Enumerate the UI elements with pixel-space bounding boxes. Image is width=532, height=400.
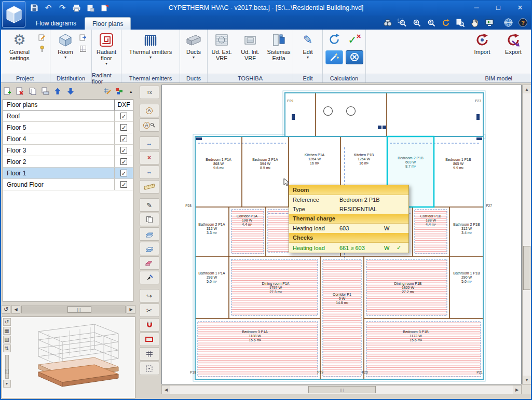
annotation-move-button[interactable]: A [140, 104, 159, 117]
cancel-calculation-button[interactable] [346, 50, 363, 64]
zoom-previous-button[interactable] [425, 17, 438, 29]
dxf-template-button[interactable] [101, 86, 113, 97]
zoom-in-button[interactable] [410, 17, 424, 29]
move-element-button[interactable]: ↪ [140, 289, 159, 302]
dimension-update-button[interactable]: ⇔ [140, 165, 159, 179]
text-tool-button[interactable]: Tx [140, 86, 159, 99]
find-button[interactable] [381, 17, 394, 29]
ud-int-vrf-button[interactable]: Ud. Int. VRF [237, 32, 264, 61]
nav-left-button[interactable]: ◀ [11, 305, 20, 314]
print-floor-plan-button[interactable] [39, 86, 51, 97]
redo-button[interactable]: ↷ [56, 2, 69, 13]
3d-nav-slider[interactable]: ||| [21, 306, 126, 313]
dxf-checkbox[interactable]: ✓ [120, 113, 127, 119]
room-button[interactable]: Room ▾ [54, 32, 77, 60]
zoom-window-button[interactable] [395, 17, 409, 29]
web-button[interactable] [501, 17, 515, 29]
snap-magnet-button[interactable] [140, 318, 159, 332]
horizontal-scrollbar[interactable]: ◀ ||| ▶ [161, 385, 522, 394]
wireframe-button[interactable]: ▦ [3, 327, 11, 335]
general-settings-button[interactable]: ⚙ General settings [4, 32, 36, 61]
tab-floor-plans[interactable]: Floor plans [85, 17, 131, 30]
copy-floor-plan-button[interactable] [27, 86, 38, 97]
eraser-button[interactable] [140, 256, 159, 270]
floor-plan-canvas[interactable]: Kitchen P1A1264 W16 m² Kitchen P1B1264 W… [161, 85, 522, 384]
dxf-checkbox[interactable]: ✓ [120, 170, 127, 176]
help-button[interactable]: ? [516, 17, 529, 29]
save-button[interactable] [28, 2, 40, 13]
update-results-button[interactable] [328, 33, 341, 48]
previous-view-button[interactable] [483, 17, 496, 29]
annotation-search-button[interactable]: A [140, 118, 159, 132]
ruler-button[interactable] [140, 180, 159, 194]
edit-button[interactable]: ✎ Edit ▾ [297, 32, 318, 60]
floor-row-floor-5[interactable]: Floor 5✓ [3, 122, 133, 133]
floor-row-floor-4[interactable]: Floor 4✓ [3, 133, 133, 145]
floor-row-roof[interactable]: Roof✓ [3, 111, 133, 122]
dxf-checkbox[interactable]: ✓ [120, 147, 127, 154]
move-down-button[interactable] [65, 86, 76, 97]
import-button[interactable]: Import [471, 32, 494, 55]
dimension-horizontal-button[interactable]: ↔ [140, 136, 159, 150]
dimension-delete-button[interactable]: × [140, 151, 159, 164]
pin-button[interactable] [37, 45, 47, 52]
floor-row-floor-2[interactable]: Floor 2✓ [3, 156, 133, 168]
export-button[interactable]: Export [502, 32, 525, 55]
close-button[interactable]: × [509, 0, 531, 15]
floor-row-ground-floor[interactable]: Ground Floor✓ [3, 179, 133, 190]
edit-tool-button[interactable]: ✎ [140, 198, 159, 212]
3d-view[interactable]: ↺ ▦ ▧ ⇅ ≡ ▼ [2, 316, 135, 398]
ortho-mode-button[interactable] [140, 333, 159, 346]
check-results-button[interactable]: ✓ × [348, 33, 361, 47]
edit-template-button[interactable] [37, 33, 47, 41]
copy-tool-button[interactable] [140, 213, 159, 226]
calculate-button[interactable] [325, 50, 343, 64]
tab-flow-diagrams[interactable]: Flow diagrams [29, 17, 84, 30]
dxf-checkbox[interactable]: ✓ [120, 158, 127, 165]
scroll-left-button[interactable]: ◀ [162, 385, 170, 394]
clean-brush-button[interactable] [140, 271, 159, 284]
grid-button[interactable] [140, 347, 159, 361]
cut-tool-button[interactable]: ✂ [140, 304, 159, 317]
dxf-checkbox[interactable]: ✓ [120, 135, 127, 142]
zoom-sheet-button[interactable] [454, 17, 467, 29]
add-floor-plan-button[interactable] [2, 86, 13, 97]
ducts-button[interactable]: Ducts ▾ [182, 32, 206, 60]
nav-right-button[interactable]: ▶ [127, 305, 135, 314]
3d-zoom-thumb[interactable]: ≡ [5, 369, 9, 374]
minimize-button[interactable]: ─ [466, 0, 487, 15]
collapse-panel-button[interactable]: ▲ [127, 86, 135, 97]
room-options-button[interactable] [78, 45, 88, 52]
slider-down-button[interactable]: ▼ [3, 380, 11, 388]
send-back-button[interactable] [140, 242, 159, 255]
floor-row-floor-1[interactable]: Floor 1✓ [3, 168, 133, 179]
orbit-button[interactable]: ↺ [2, 305, 10, 314]
shading-button[interactable]: ▧ [3, 336, 11, 343]
vertical-scrollbar[interactable]: ▲ ▼ [522, 85, 531, 384]
ud-ext-vrf-button[interactable]: Ud. Ext. VRF [208, 32, 235, 61]
3d-zoom-slider[interactable]: ≡ [5, 355, 9, 379]
print-settings-button[interactable] [84, 2, 97, 13]
vertical-scroll-thumb[interactable] [523, 246, 530, 290]
scroll-down-button[interactable]: ▼ [523, 376, 531, 384]
room-list-button[interactable] [78, 33, 88, 41]
maximize-button[interactable]: □ [487, 0, 509, 15]
snap-point-button[interactable] [140, 362, 159, 375]
horizontal-scroll-thumb[interactable]: ||| [308, 386, 376, 393]
rotate-view-button[interactable]: ↺ [3, 318, 11, 326]
elevation-button[interactable]: ⇅ [3, 344, 11, 352]
dxf-checkbox[interactable]: ✓ [120, 181, 127, 188]
sistemas-estia-button[interactable]: Sistemas Estía [265, 32, 292, 61]
redraw-button[interactable] [439, 17, 453, 29]
floor-row-floor-3[interactable]: Floor 3✓ [3, 145, 133, 156]
delete-floor-plan-button[interactable] [14, 86, 25, 97]
dxf-manager-button[interactable] [114, 86, 125, 97]
print-button[interactable] [70, 2, 83, 13]
thermal-emitters-button[interactable]: Thermal emitters ▾ [125, 32, 176, 60]
dxf-checkbox[interactable]: ✓ [120, 124, 127, 131]
pan-button[interactable] [468, 17, 482, 29]
undo-button[interactable]: ↶ [42, 2, 54, 13]
bring-front-button[interactable] [140, 227, 159, 241]
3d-nav-thumb[interactable]: ||| [67, 306, 91, 313]
scroll-right-button[interactable]: ▶ [513, 385, 521, 394]
